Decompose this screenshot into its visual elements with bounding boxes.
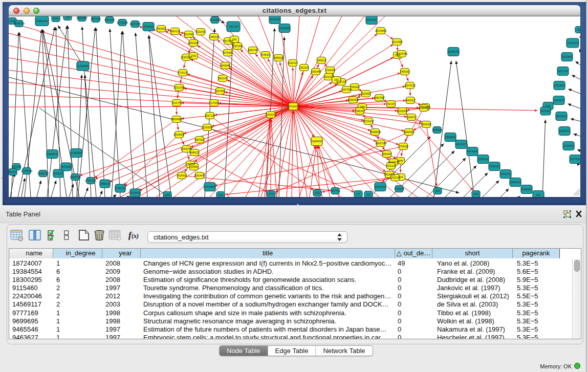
svg-text:17359924: 17359924 xyxy=(71,151,82,155)
svg-text:8322037: 8322037 xyxy=(288,61,298,64)
svg-text:1527602: 1527602 xyxy=(91,17,101,20)
svg-text:1395: 1395 xyxy=(164,193,170,196)
svg-text:9498222: 9498222 xyxy=(189,151,200,154)
svg-text:2087682: 2087682 xyxy=(366,18,377,21)
svg-text:1610755: 1610755 xyxy=(171,101,182,104)
svg-text:7955812: 7955812 xyxy=(316,59,326,62)
svg-text:2803144: 2803144 xyxy=(217,77,228,80)
svg-text:9146821: 9146821 xyxy=(260,53,271,56)
svg-text:12505135: 12505135 xyxy=(70,176,81,179)
svg-text:5322605: 5322605 xyxy=(195,30,206,33)
svg-text:3624554: 3624554 xyxy=(361,92,371,95)
svg-text:6794028: 6794028 xyxy=(325,69,335,72)
svg-text:8660128: 8660128 xyxy=(170,30,180,33)
svg-text:20991406: 20991406 xyxy=(36,19,48,23)
svg-text:116: 116 xyxy=(366,193,371,196)
svg-text:4835061: 4835061 xyxy=(11,165,21,168)
svg-text:9245652: 9245652 xyxy=(521,188,532,191)
svg-text:6466160: 6466160 xyxy=(104,18,115,21)
svg-text:6879197: 6879197 xyxy=(456,143,466,146)
svg-text:7632621: 7632621 xyxy=(489,165,499,168)
svg-text:12213369: 12213369 xyxy=(173,86,185,89)
svg-text:3215933: 3215933 xyxy=(540,110,551,113)
svg-text:10654112: 10654112 xyxy=(510,181,521,184)
svg-text:15751074: 15751074 xyxy=(567,41,578,45)
svg-text:1362615: 1362615 xyxy=(299,66,309,69)
svg-text:19654985: 19654985 xyxy=(171,118,182,121)
svg-text:10688609: 10688609 xyxy=(369,130,381,134)
svg-text:19166827: 19166827 xyxy=(173,133,185,136)
svg-text:10973493: 10973493 xyxy=(396,52,407,55)
svg-text:10120746: 10120746 xyxy=(388,161,399,164)
svg-text:8912954: 8912954 xyxy=(184,33,194,36)
svg-text:15716485: 15716485 xyxy=(204,185,215,188)
svg-text:10653267: 10653267 xyxy=(76,16,88,19)
svg-text:8813054: 8813054 xyxy=(270,18,280,21)
svg-text:16033809: 16033809 xyxy=(209,18,221,21)
svg-text:19218506: 19218506 xyxy=(279,27,290,30)
svg-text:252234: 252234 xyxy=(391,176,400,179)
svg-text:9115460: 9115460 xyxy=(419,106,428,110)
svg-text:887833: 887833 xyxy=(195,138,204,141)
svg-text:16648764: 16648764 xyxy=(448,50,459,53)
svg-text:16210643: 16210643 xyxy=(556,115,567,118)
svg-text:1678: 1678 xyxy=(268,192,274,195)
svg-text:2342: 2342 xyxy=(190,54,196,57)
svg-text:10807487: 10807487 xyxy=(374,96,385,99)
svg-text:7485063: 7485063 xyxy=(400,70,410,73)
svg-text:7357224: 7357224 xyxy=(228,25,238,28)
svg-text:16543382: 16543382 xyxy=(188,41,199,45)
svg-text:12156829: 12156829 xyxy=(21,169,32,172)
svg-text:15692971: 15692971 xyxy=(559,129,570,133)
svg-text:5675685: 5675685 xyxy=(223,51,233,54)
svg-text:7663822: 7663822 xyxy=(156,27,166,30)
svg-text:7625402: 7625402 xyxy=(177,174,187,177)
svg-text:1990448: 1990448 xyxy=(311,70,321,73)
svg-text:16671355: 16671355 xyxy=(129,23,141,26)
svg-text:10719185: 10719185 xyxy=(117,21,128,24)
svg-text:8938928: 8938928 xyxy=(445,136,455,139)
svg-text:124: 124 xyxy=(546,104,551,107)
svg-text:924: 924 xyxy=(536,193,541,196)
svg-text:20364436: 20364436 xyxy=(347,98,359,101)
svg-text:746266: 746266 xyxy=(351,85,359,89)
svg-text:12923448: 12923448 xyxy=(129,191,141,194)
svg-text:16782759: 16782759 xyxy=(115,187,126,190)
svg-text:7986322: 7986322 xyxy=(355,110,365,113)
svg-text:2718176: 2718176 xyxy=(178,71,188,74)
svg-text:23300273: 23300273 xyxy=(265,113,276,116)
svg-text:1621022: 1621022 xyxy=(323,75,334,78)
svg-text:14136141: 14136141 xyxy=(375,185,386,188)
svg-text:19958167: 19958167 xyxy=(99,182,111,185)
svg-text:62160: 62160 xyxy=(387,102,395,105)
svg-text:16154808: 16154808 xyxy=(375,29,386,32)
svg-text:106: 106 xyxy=(66,16,70,18)
svg-text:9242848: 9242848 xyxy=(220,64,230,67)
svg-text:17957275: 17957275 xyxy=(85,179,96,182)
svg-text:10025438: 10025438 xyxy=(397,110,408,113)
svg-text:12093822: 12093822 xyxy=(554,84,565,87)
svg-text:1615132: 1615132 xyxy=(386,164,396,167)
svg-text:8471676: 8471676 xyxy=(500,172,511,176)
svg-text:9329966: 9329966 xyxy=(562,55,572,58)
svg-text:1145194: 1145194 xyxy=(53,172,63,175)
svg-text:93489: 93489 xyxy=(190,165,198,168)
svg-text:1167533: 1167533 xyxy=(570,158,580,161)
svg-text:9245: 9245 xyxy=(473,192,478,195)
svg-text:417006: 417006 xyxy=(210,101,219,104)
svg-text:17016504: 17016504 xyxy=(563,144,574,147)
svg-text:924: 924 xyxy=(435,189,440,192)
svg-text:19654923: 19654923 xyxy=(403,130,415,134)
svg-text:33975867: 33975867 xyxy=(60,165,72,168)
svg-text:6497508: 6497508 xyxy=(341,88,352,91)
svg-text:20053346: 20053346 xyxy=(77,64,89,68)
svg-text:1733426: 1733426 xyxy=(394,187,404,190)
svg-text:1649574: 1649574 xyxy=(406,116,417,119)
svg-text:8454749: 8454749 xyxy=(248,49,258,52)
svg-text:1244415: 1244415 xyxy=(554,99,564,102)
svg-text:1112: 1112 xyxy=(577,28,580,31)
svg-text:1292: 1292 xyxy=(314,191,320,194)
svg-text:15720407: 15720407 xyxy=(363,120,374,123)
svg-text:12213967: 12213967 xyxy=(391,40,403,43)
svg-text:12353594: 12353594 xyxy=(202,126,213,129)
